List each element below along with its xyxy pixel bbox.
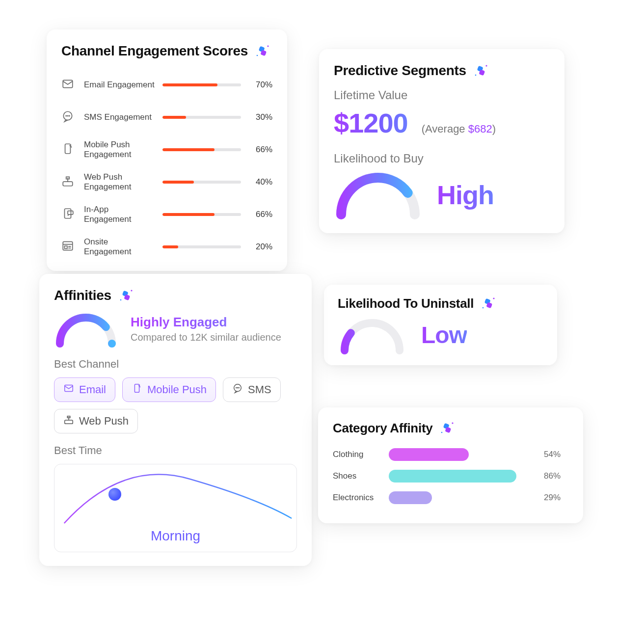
svg-point-29	[139, 385, 140, 385]
best-time-marker	[108, 488, 121, 501]
svg-point-8	[69, 115, 70, 116]
lifetime-value: $1200	[334, 107, 408, 139]
sparkle-icon	[473, 63, 489, 79]
channel-label: Web Push Engagement	[84, 172, 156, 192]
likelihood-to-uninstall-card: Likelihood To Uninstall Low	[324, 285, 557, 365]
category-bar	[389, 448, 537, 461]
card-title: Category Affinity	[333, 421, 432, 436]
svg-point-25	[131, 290, 132, 291]
sparkle-icon	[255, 43, 270, 59]
channel-row: Onsite Engagement20%	[61, 231, 272, 263]
email-icon	[63, 383, 74, 397]
svg-point-22	[475, 75, 476, 76]
channel-label: Onsite Engagement	[84, 237, 156, 257]
svg-point-42	[441, 432, 443, 433]
engagement-bar	[162, 148, 241, 151]
card-title: Channel Engagement Scores	[61, 43, 248, 59]
chip-label: Mobile Push	[147, 383, 207, 396]
lifetime-value-label: Lifetime Value	[334, 88, 550, 102]
channel-row: Web Push Engagement40%	[61, 166, 272, 198]
likelihood-to-buy-label: Likelihood to Buy	[334, 152, 550, 165]
svg-rect-13	[68, 211, 73, 215]
sms-icon	[232, 383, 243, 397]
category-value: 29%	[544, 493, 568, 503]
channel-label: Email Engagement	[84, 80, 156, 90]
svg-rect-11	[63, 182, 73, 186]
svg-point-33	[239, 388, 239, 388]
svg-point-2	[267, 45, 268, 47]
channel-label: SMS Engagement	[84, 112, 156, 122]
engagement-value: 66%	[248, 210, 272, 219]
svg-rect-16	[65, 246, 67, 248]
best-time-label: Best Time	[54, 444, 297, 457]
channel-row: Email Engagement70%	[61, 69, 272, 101]
channel-chip-mobilepush[interactable]: Mobile Push	[122, 377, 216, 402]
channel-row: In-App Engagement66%	[61, 198, 272, 231]
email-icon	[61, 78, 77, 92]
svg-point-31	[236, 388, 237, 388]
engagement-level: Highly Engaged	[131, 315, 281, 330]
card-title: Affinities	[54, 288, 111, 303]
svg-point-3	[257, 55, 258, 56]
lifetime-value-average: (Average $682)	[422, 123, 496, 135]
channel-row: SMS Engagement30%	[61, 101, 272, 134]
svg-rect-4	[63, 80, 73, 87]
sms-icon	[61, 110, 77, 125]
likelihood-to-uninstall-gauge	[338, 315, 406, 354]
engagement-value: 40%	[248, 177, 272, 187]
sparkle-icon	[481, 295, 496, 311]
engagement-bar	[162, 181, 241, 184]
predictive-segments-card: Predictive Segments Lifetime Value $1200…	[319, 49, 564, 233]
svg-point-7	[67, 115, 68, 116]
likelihood-to-buy-value: High	[437, 180, 494, 210]
sparkle-icon	[439, 420, 455, 436]
webpush-icon	[61, 175, 77, 189]
webpush-icon	[63, 414, 74, 428]
likelihood-to-buy-gauge	[334, 170, 422, 219]
chip-label: Web Push	[79, 415, 129, 428]
category-bar	[389, 470, 537, 483]
svg-point-26	[120, 299, 121, 301]
best-time-chart: Morning	[54, 464, 297, 552]
engagement-bar	[162, 116, 241, 119]
engagement-value: 30%	[248, 112, 272, 122]
engagement-bar	[162, 83, 241, 86]
category-label: Electronics	[333, 493, 382, 503]
engagement-bar	[162, 245, 241, 248]
category-row: Shoes86%	[333, 465, 568, 487]
svg-point-38	[483, 307, 484, 309]
svg-point-32	[238, 388, 238, 388]
category-bar	[389, 491, 537, 504]
mobilepush-icon	[61, 142, 77, 157]
inapp-icon	[61, 207, 77, 222]
channel-chip-webpush[interactable]: Web Push	[54, 409, 138, 433]
best-time-value: Morning	[54, 528, 296, 544]
chip-label: Email	[79, 383, 106, 396]
affinities-card: Affinities Highly Engaged Compared to 12…	[39, 274, 312, 566]
category-value: 54%	[544, 450, 568, 459]
channel-row: Mobile Push Engagement66%	[61, 134, 272, 166]
category-row: Electronics29%	[333, 487, 568, 509]
svg-point-10	[71, 145, 72, 146]
engagement-gauge	[54, 310, 118, 347]
svg-rect-34	[65, 420, 73, 424]
likelihood-to-uninstall-value: Low	[421, 322, 467, 349]
svg-point-6	[66, 115, 66, 116]
svg-point-37	[493, 297, 495, 299]
category-value: 86%	[544, 471, 568, 481]
sparkle-icon	[118, 288, 134, 303]
card-title: Predictive Segments	[334, 63, 466, 79]
best-channel-label: Best Channel	[54, 358, 297, 371]
engagement-comparison: Compared to 12K similar audience	[131, 332, 281, 343]
channel-engagement-card: Channel Engagement Scores Email Engageme…	[47, 29, 287, 271]
mobilepush-icon	[132, 383, 142, 397]
chip-label: SMS	[248, 383, 271, 396]
channel-chip-sms[interactable]: SMS	[223, 377, 281, 402]
card-title: Likelihood To Uninstall	[338, 296, 474, 311]
svg-rect-27	[65, 385, 73, 392]
svg-point-21	[485, 65, 487, 66]
engagement-value: 66%	[248, 145, 272, 155]
channel-chip-email[interactable]: Email	[54, 377, 115, 402]
category-label: Shoes	[333, 471, 382, 481]
category-label: Clothing	[333, 450, 382, 459]
